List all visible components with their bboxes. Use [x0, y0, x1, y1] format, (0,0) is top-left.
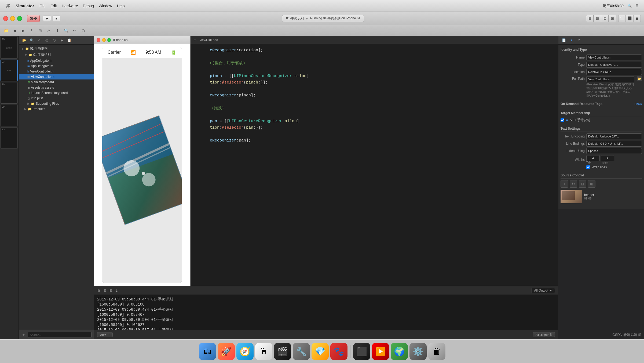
mini-thumb-1[interactable]: 23 code: [1, 37, 18, 59]
menu-edit[interactable]: Edit: [50, 4, 57, 8]
dock-quicktime-icon[interactable]: 🎬: [274, 343, 291, 360]
nav-folder-icon[interactable]: 📂: [21, 37, 27, 43]
layout-2-icon[interactable]: ⬛: [626, 15, 633, 22]
encoding-select[interactable]: Default - Unicode (UT...: [586, 133, 642, 139]
target-checkbox[interactable]: [561, 118, 564, 122]
search-nav-btn[interactable]: 🔍: [62, 27, 70, 34]
sc-history-btn[interactable]: ⊡: [579, 180, 586, 188]
hide-navigator-icon[interactable]: ⊞: [586, 15, 594, 22]
history-forward-btn[interactable]: ▶: [19, 27, 27, 34]
mini-thumb-2[interactable]: 23 ≡≡≡: [1, 60, 18, 81]
indent-using-select[interactable]: Spaces: [586, 148, 642, 154]
layout-3-icon[interactable]: ◼: [633, 15, 641, 22]
tree-item-supporting[interactable]: ▶ 📁 Supporting Files: [19, 101, 94, 106]
topbar-menu-icon[interactable]: ☰: [635, 4, 639, 8]
sc-refresh-btn[interactable]: ↻: [570, 180, 577, 188]
show-resource-tags-btn[interactable]: Show: [634, 102, 642, 106]
inspector-identity-icon[interactable]: ℹ: [568, 37, 575, 43]
full-path-input[interactable]: [586, 76, 634, 82]
nav-log-icon[interactable]: 📋: [66, 37, 72, 43]
dock-mouse-icon[interactable]: 🖱: [255, 343, 272, 360]
info-btn[interactable]: ℹ: [54, 27, 61, 34]
navigator-search-box[interactable]: Search...: [28, 332, 92, 338]
show-debug-icon[interactable]: ⊡: [609, 15, 616, 22]
mini-thumb-5[interactable]: 23: [1, 127, 18, 149]
git-btn[interactable]: ↩: [71, 27, 78, 34]
reveal-in-finder-btn[interactable]: 📂: [637, 76, 642, 81]
stop-run-button[interactable]: ■: [53, 16, 60, 21]
dock-tools-icon[interactable]: 🔧: [293, 343, 310, 360]
sc-merge-btn[interactable]: ⊞: [588, 180, 595, 188]
indent-width-input[interactable]: [601, 155, 614, 161]
mini-thumb-4[interactable]: 29: [1, 105, 18, 126]
dock-settings-icon[interactable]: ⚙️: [409, 343, 427, 360]
dock-terminal-icon[interactable]: ⬛: [353, 343, 370, 360]
menu-file[interactable]: File: [39, 4, 46, 8]
show-inspector-icon[interactable]: ⊠: [601, 15, 609, 22]
dock-paw-icon[interactable]: 🐾: [330, 343, 347, 360]
tree-item-viewcontroller-h[interactable]: h ViewController.h: [19, 69, 94, 74]
add-file-button[interactable]: +: [21, 332, 26, 337]
tab-width-input[interactable]: [586, 155, 600, 161]
sim-close-btn[interactable]: [97, 38, 100, 42]
location-select[interactable]: Relative to Group: [586, 69, 642, 75]
history-back-btn[interactable]: ◀: [11, 27, 18, 34]
warning-btn[interactable]: ⚠: [45, 27, 53, 34]
filter-console-icon[interactable]: ⊞: [109, 289, 112, 292]
nav-search-icon[interactable]: 🔍: [28, 37, 35, 43]
dock-sketch-icon[interactable]: 💎: [312, 343, 329, 360]
inspector-quick-help-icon[interactable]: ?: [576, 37, 582, 43]
tree-item-appdelegate-h[interactable]: h AppDelegate.h: [19, 58, 94, 63]
type-select[interactable]: Default - Objective-C...: [586, 62, 642, 68]
breakpoint-btn[interactable]: ⬡: [79, 27, 87, 34]
tree-item-appdelegate-m[interactable]: m AppDelegate.m: [19, 63, 94, 69]
maximize-button[interactable]: [17, 16, 22, 21]
nav-issue-icon[interactable]: ⚠: [36, 37, 42, 43]
dock-browser-icon[interactable]: 🌍: [391, 343, 408, 360]
bookmark-btn[interactable]: ⊞: [36, 27, 44, 34]
hierarchy-btn[interactable]: ⋮: [28, 27, 35, 34]
breadcrumb-method[interactable]: -viewDidLoad: [199, 38, 218, 42]
layout-1-icon[interactable]: ⬜: [618, 15, 626, 22]
tree-item-assets[interactable]: ◼ Assets.xcassets: [19, 85, 94, 90]
jump-to-end-icon[interactable]: ⤓: [115, 289, 118, 292]
dock-safari-icon[interactable]: 🧭: [236, 343, 254, 360]
dock-launchpad-icon[interactable]: 🚀: [218, 343, 235, 360]
wrap-lines-checkbox[interactable]: [586, 165, 590, 169]
dock-finder-icon[interactable]: 🗂: [199, 343, 216, 360]
name-input[interactable]: [586, 55, 642, 60]
output-selector[interactable]: All Output ▼: [532, 288, 555, 293]
nav-test-icon[interactable]: ◎: [43, 37, 50, 43]
dock-trash-icon[interactable]: 🗑: [428, 343, 445, 360]
lock-console-icon[interactable]: ⊟: [104, 289, 106, 292]
tree-item-info-plist[interactable]: ◻ Info.plist: [19, 96, 94, 101]
tree-item-main-storyboard[interactable]: ⊡ Main.storyboard: [19, 79, 94, 85]
mini-thumb-3[interactable]: 29: [1, 82, 18, 104]
topbar-search-icon[interactable]: 🔍: [627, 4, 632, 8]
nav-breakpoint-icon[interactable]: ◆: [58, 37, 65, 43]
sim-min-btn[interactable]: [102, 38, 106, 42]
menu-help[interactable]: Help: [117, 4, 125, 8]
menu-hardware[interactable]: Hardware: [62, 4, 78, 8]
tree-item-launch-storyboard[interactable]: ⊡ LaunchScreen.storyboard: [19, 90, 94, 96]
menu-window[interactable]: Window: [99, 4, 112, 8]
sc-add-btn[interactable]: +: [561, 180, 568, 188]
scheme-display[interactable]: 01-手势识别 ▶ Running 01-手势识别 on iPhone 6s: [282, 15, 364, 22]
nav-debug-icon[interactable]: ⬡: [51, 37, 57, 43]
minimize-button[interactable]: [10, 16, 15, 21]
run-button[interactable]: ▶: [43, 16, 51, 21]
simulator-screen[interactable]: Carrier 📶 9:58 AM 🔋: [94, 44, 190, 286]
auto-status[interactable]: Auto ⇅: [97, 332, 113, 337]
tree-item-root[interactable]: ▼ 📁 01-手势识别: [19, 46, 94, 52]
show-editor-icon[interactable]: ⊟: [594, 15, 601, 22]
dock-media-icon[interactable]: ▶️: [372, 343, 389, 360]
stop-button[interactable]: 暂停: [27, 15, 40, 22]
output-status[interactable]: All Output ⇅: [533, 332, 555, 337]
line-endings-select[interactable]: Default - OS X / Unix (LF...: [586, 141, 642, 147]
tree-item-root-inner[interactable]: ▼ 📁 01-手势识别: [19, 52, 94, 58]
sim-max-btn[interactable]: [107, 38, 111, 42]
tree-item-products[interactable]: ▶ 📁 Products: [19, 106, 94, 112]
menu-debug[interactable]: Debug: [83, 4, 94, 8]
navigator-toggle-btn[interactable]: 📁: [2, 27, 10, 34]
close-button[interactable]: [3, 16, 8, 21]
